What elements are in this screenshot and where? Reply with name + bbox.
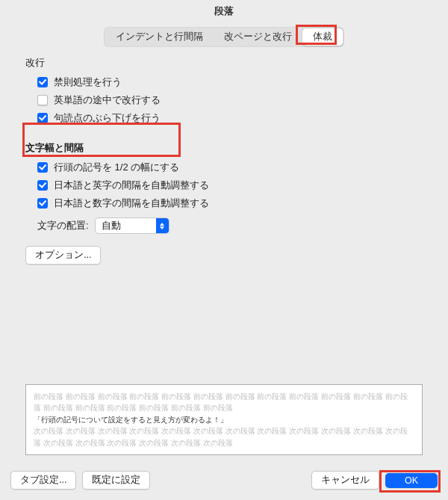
window-title: 段落 — [0, 0, 448, 24]
alignment-value: 自動 — [102, 219, 121, 232]
content-area: 改行 禁則処理を行う 英単語の途中で改行する 句読点のぶら下げを行う 文字幅と間… — [0, 56, 448, 265]
ok-button[interactable]: OK — [385, 473, 438, 488]
row-jp-en-space[interactable]: 日本語と英字の間隔を自動調整する — [37, 179, 423, 192]
alignment-label: 文字の配置: — [37, 219, 89, 232]
alignment-select[interactable]: 自動 — [95, 217, 169, 234]
tab-pagebreak[interactable]: 改ページと改行 — [214, 28, 302, 46]
tab-segment: インデントと行間隔 改ページと改行 体裁 — [104, 27, 344, 47]
row-forbidden[interactable]: 禁則処理を行う — [37, 75, 423, 89]
checkbox-jp-num-space[interactable] — [37, 198, 48, 209]
tab-bar: インデントと行間隔 改ページと改行 体裁 — [0, 27, 448, 47]
preview-next: 次の段落 次の段落 次の段落 次の段落 次の段落 次の段落 次の段落 次の段落 … — [34, 425, 414, 448]
checkbox-halfwidth-first[interactable] — [37, 162, 48, 173]
footer: タブ設定... 既定に設定 キャンセル OK — [10, 471, 438, 490]
tab-indent[interactable]: インデントと行間隔 — [105, 28, 214, 46]
preview-box: 前の段落 前の段落 前の段落 前の段落 前の段落 前の段落 前の段落 前の段落 … — [25, 384, 423, 456]
label-english-words: 英単語の途中で改行する — [54, 93, 161, 107]
options-button[interactable]: オプション... — [25, 246, 101, 265]
checkbox-punct-hang[interactable] — [37, 113, 48, 123]
preview-area: 前の段落 前の段落 前の段落 前の段落 前の段落 前の段落 前の段落 前の段落 … — [25, 375, 423, 456]
label-jp-num-space: 日本語と数字の間隔を自動調整する — [54, 197, 209, 210]
section-linebreak-title: 改行 — [25, 56, 423, 70]
tab-settings-button[interactable]: タブ設定... — [10, 471, 76, 490]
tab-typography[interactable]: 体裁 — [302, 28, 343, 46]
checkbox-jp-en-space[interactable] — [37, 180, 48, 191]
checkbox-forbidden[interactable] — [37, 77, 48, 87]
label-punct-hang: 句読点のぶら下げを行う — [54, 111, 161, 125]
row-punct-hang[interactable]: 句読点のぶら下げを行う — [37, 111, 423, 125]
label-jp-en-space: 日本語と英字の間隔を自動調整する — [54, 179, 209, 192]
preview-current: 「行頭の記号について設定をすると見え方が変わるよ！」 — [34, 414, 414, 426]
checkbox-english-words[interactable] — [37, 95, 48, 105]
set-default-button[interactable]: 既定に設定 — [82, 471, 150, 490]
row-english-words[interactable]: 英単語の途中で改行する — [37, 93, 423, 107]
section-spacing-title: 文字幅と間隔 — [25, 141, 423, 155]
paragraph-dialog: 段落 インデントと行間隔 改ページと改行 体裁 改行 禁則処理を行う 英単語の途… — [0, 0, 448, 500]
label-halfwidth-first: 行頭の記号を 1/2 の幅にする — [54, 161, 179, 174]
chevron-up-down-icon — [156, 218, 169, 233]
cancel-button[interactable]: キャンセル — [311, 471, 379, 490]
row-jp-num-space[interactable]: 日本語と数字の間隔を自動調整する — [37, 197, 423, 210]
alignment-row: 文字の配置: 自動 — [37, 217, 423, 234]
row-halfwidth-first[interactable]: 行頭の記号を 1/2 の幅にする — [37, 161, 423, 174]
label-forbidden: 禁則処理を行う — [54, 75, 122, 89]
preview-prev: 前の段落 前の段落 前の段落 前の段落 前の段落 前の段落 前の段落 前の段落 … — [34, 391, 414, 414]
